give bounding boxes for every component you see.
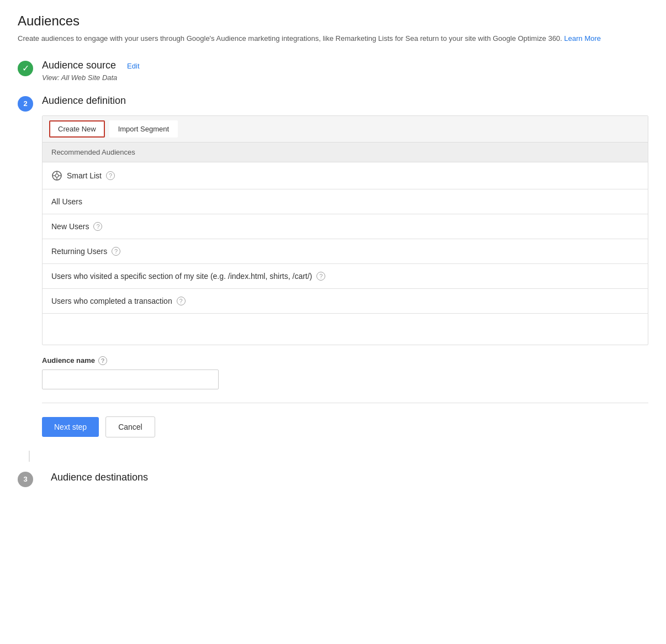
tab-row: Create New Import Segment (43, 116, 648, 142)
step1-complete-icon: ✓ (18, 61, 33, 76)
recommended-audiences-header: Recommended Audiences (43, 142, 648, 162)
step2-number-icon: 2 (18, 96, 33, 112)
cancel-button[interactable]: Cancel (105, 416, 155, 437)
step1-content: Audience source Edit View: All Web Site … (42, 60, 648, 82)
next-step-button[interactable]: Next step (42, 417, 99, 437)
step1-subtitle: View: All Web Site Data (42, 73, 648, 82)
step1-title: Audience source (42, 60, 116, 71)
new-users-help-icon[interactable]: ? (93, 222, 102, 231)
page-title: Audiences (18, 13, 648, 29)
step1-section: ✓ Audience source Edit View: All Web Sit… (18, 60, 648, 82)
audience-name-section: Audience name ? (42, 356, 648, 389)
tab-import-segment[interactable]: Import Segment (109, 120, 178, 138)
list-item-all-users[interactable]: All Users (43, 189, 648, 214)
step2-section: 2 Audience definition Create New Import … (18, 95, 648, 437)
returning-users-help-icon[interactable]: ? (112, 247, 120, 256)
completed-transaction-label: Users who completed a transaction (51, 297, 172, 305)
smart-list-help-icon[interactable]: ? (106, 171, 115, 180)
completed-transaction-help-icon[interactable]: ? (177, 297, 186, 305)
smart-list-icon (51, 170, 62, 181)
action-row: Next step Cancel (42, 416, 648, 437)
audience-name-help-icon[interactable]: ? (98, 356, 107, 365)
audience-name-label: Audience name ? (42, 356, 648, 365)
section-divider (42, 403, 648, 403)
list-item-completed-transaction[interactable]: Users who completed a transaction ? (43, 289, 648, 314)
visited-section-label: Users who visited a specific section of … (51, 272, 312, 281)
connector-line (29, 451, 30, 462)
learn-more-link[interactable]: Learn More (564, 34, 601, 43)
empty-row (43, 314, 648, 345)
audience-name-input[interactable] (42, 369, 219, 389)
list-item-new-users[interactable]: New Users ? (43, 214, 648, 239)
svg-point-1 (55, 174, 59, 177)
page-description: Create audiences to engage with your use… (18, 33, 648, 44)
new-users-label: New Users (51, 222, 89, 231)
visited-section-help-icon[interactable]: ? (316, 272, 325, 281)
step3-number-icon: 3 (18, 472, 33, 487)
step3-title: Audience destinations (51, 472, 148, 483)
list-item-smart-list[interactable]: Smart List ? (43, 162, 648, 189)
step3-section: 3 Audience destinations (18, 471, 648, 487)
smart-list-label: Smart List (67, 171, 102, 180)
tab-create-new[interactable]: Create New (49, 120, 105, 138)
returning-users-label: Returning Users (51, 247, 107, 256)
list-item-visited-section[interactable]: Users who visited a specific section of … (43, 264, 648, 289)
all-users-label: All Users (51, 197, 82, 206)
list-item-returning-users[interactable]: Returning Users ? (43, 239, 648, 264)
step1-edit-link[interactable]: Edit (127, 62, 139, 70)
step2-content: Audience definition Create New Import Se… (42, 95, 648, 437)
step2-title: Audience definition (42, 95, 648, 107)
audience-definition-box: Create New Import Segment Recommended Au… (42, 115, 648, 345)
